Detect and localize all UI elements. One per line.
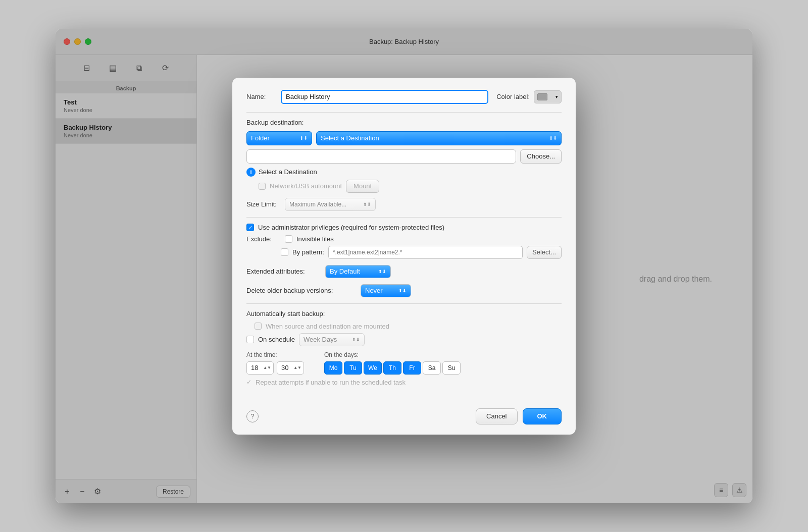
destination-select-value: Select a Destination xyxy=(321,134,379,142)
modal-footer: ? Cancel OK xyxy=(232,402,576,435)
extended-attributes-row: Extended attributes: By Default ⬆⬇ xyxy=(246,265,562,278)
days-buttons: Mo Tu We Th Fr Sa Su xyxy=(324,361,461,375)
warning-row: i Select a Destination xyxy=(246,168,562,177)
name-input[interactable] xyxy=(281,90,488,104)
minute-value: 30 xyxy=(281,364,288,371)
size-row: Size Limit: Maximum Available... ⬆⬇ xyxy=(246,198,562,211)
week-days-value: Week Days xyxy=(304,336,337,343)
size-limit-label: Size Limit: xyxy=(246,200,277,208)
day-button-th[interactable]: Th xyxy=(383,361,401,375)
mount-button[interactable]: Mount xyxy=(346,180,379,193)
day-button-su[interactable]: Su xyxy=(442,361,461,375)
delete-older-row: Delete older backup versions: Never ⬆⬇ xyxy=(246,284,562,297)
never-value: Never xyxy=(365,287,383,294)
path-input[interactable] xyxy=(246,149,516,164)
auto-start-section: Automatically start backup: When source … xyxy=(246,310,562,386)
when-mounted-checkbox[interactable] xyxy=(255,323,262,330)
path-row: Choose... xyxy=(246,149,562,164)
day-button-sa[interactable]: Sa xyxy=(423,361,441,375)
on-schedule-checkbox[interactable] xyxy=(246,336,254,343)
warning-text: Select a Destination xyxy=(259,168,317,176)
on-schedule-row: On schedule Week Days ⬆⬇ xyxy=(246,333,562,346)
color-label-area: Color label: ▾ xyxy=(496,90,562,103)
pattern-input[interactable] xyxy=(328,246,523,259)
pattern-select-button[interactable]: Select... xyxy=(527,246,562,259)
when-mounted-label: When source and destination are mounted xyxy=(266,323,389,330)
extended-attributes-select[interactable]: By Default ⬆⬇ xyxy=(325,265,391,278)
divider-1 xyxy=(246,112,562,113)
day-button-tu[interactable]: Tu xyxy=(344,361,362,375)
on-days-label: On the days: xyxy=(324,351,461,358)
modal-overlay: Name: Color label: ▾ Backup destination: xyxy=(56,29,752,503)
by-pattern-label: By pattern: xyxy=(292,248,324,256)
backup-destination-label: Backup destination: xyxy=(246,119,562,126)
color-select[interactable]: ▾ xyxy=(534,90,562,103)
main-window: Backup: Backup History ⊟ ▤ ⧉ ⟳ Backup Te… xyxy=(56,29,752,503)
day-button-we[interactable]: We xyxy=(364,361,382,375)
invisible-files-label: Invisible files xyxy=(296,235,334,243)
by-default-value: By Default xyxy=(330,268,360,275)
help-button[interactable]: ? xyxy=(246,410,259,422)
invisible-files-checkbox[interactable] xyxy=(285,235,292,243)
destination-select[interactable]: Select a Destination ⬆⬇ xyxy=(316,131,562,145)
week-days-select[interactable]: Week Days ⬆⬇ xyxy=(299,333,365,346)
exclude-invisible-row: Exclude: Invisible files xyxy=(246,235,562,243)
on-schedule-label: On schedule xyxy=(258,336,295,343)
choose-button[interactable]: Choose... xyxy=(520,149,562,164)
time-section: At the time: 18 ▲▼ 30 ▲▼ xyxy=(246,351,304,375)
color-swatch xyxy=(537,93,547,100)
days-section: On the days: Mo Tu We Th Fr Sa Su xyxy=(324,351,461,375)
time-inputs: 18 ▲▼ 30 ▲▼ xyxy=(246,361,304,375)
size-limit-value: Maximum Available... xyxy=(289,201,346,208)
automount-row: Network/USB automount Mount xyxy=(259,180,562,193)
day-button-fr[interactable]: Fr xyxy=(403,361,421,375)
auto-start-label: Automatically start backup: xyxy=(246,310,562,317)
repeat-checkmark-icon: ✓ xyxy=(246,379,251,386)
color-label-text: Color label: xyxy=(496,93,530,100)
divider-2 xyxy=(246,217,562,218)
by-default-chevron-icon: ⬆⬇ xyxy=(378,269,386,274)
week-days-chevron-icon: ⬆⬇ xyxy=(352,337,360,342)
automount-label: Network/USB automount xyxy=(270,182,342,190)
destination-chevron-icon: ⬆⬇ xyxy=(549,135,557,141)
time-days-row: At the time: 18 ▲▼ 30 ▲▼ xyxy=(246,351,562,375)
by-pattern-checkbox[interactable] xyxy=(281,248,288,256)
admin-checkbox-row: ✓ Use administrator privileges (required… xyxy=(246,224,562,231)
size-limit-select[interactable]: Maximum Available... ⬆⬇ xyxy=(285,198,376,211)
exclude-label: Exclude: xyxy=(246,235,277,243)
cancel-button[interactable]: Cancel xyxy=(476,408,517,424)
ok-button[interactable]: OK xyxy=(523,408,562,424)
hour-input[interactable]: 18 ▲▼ xyxy=(246,361,274,375)
extended-attributes-label: Extended attributes: xyxy=(246,268,317,275)
day-button-mo[interactable]: Mo xyxy=(324,361,342,375)
name-label: Name: xyxy=(246,93,277,100)
exclude-section: Exclude: Invisible files By pattern: Sel… xyxy=(246,235,562,259)
never-select[interactable]: Never ⬆⬇ xyxy=(361,284,411,297)
admin-checkbox[interactable]: ✓ xyxy=(246,224,254,231)
divider-3 xyxy=(246,303,562,304)
destination-row: Folder ⬆⬇ Select a Destination ⬆⬇ xyxy=(246,131,562,145)
modal-dialog: Name: Color label: ▾ Backup destination: xyxy=(232,78,576,435)
delete-older-label: Delete older backup versions: xyxy=(246,287,352,294)
when-mounted-row: When source and destination are mounted xyxy=(255,323,562,330)
footer-actions: Cancel OK xyxy=(476,408,562,424)
name-row: Name: Color label: ▾ xyxy=(246,90,562,104)
repeat-row: ✓ Repeat attempts if unable to run the s… xyxy=(246,379,562,386)
minute-input[interactable]: 30 ▲▼ xyxy=(277,361,304,375)
color-chevron-icon: ▾ xyxy=(556,94,558,99)
never-chevron-icon: ⬆⬇ xyxy=(398,288,407,293)
modal-content: Name: Color label: ▾ Backup destination: xyxy=(232,78,576,402)
automount-checkbox[interactable] xyxy=(259,183,266,190)
warning-info-icon: i xyxy=(246,168,256,177)
admin-checkbox-label: Use administrator privileges (required f… xyxy=(258,224,444,231)
folder-chevron-icon: ⬆⬇ xyxy=(299,135,308,141)
size-chevron-icon: ⬆⬇ xyxy=(363,202,371,207)
hour-value: 18 xyxy=(251,364,258,371)
folder-select-value: Folder xyxy=(251,134,270,142)
minute-stepper[interactable]: ▲▼ xyxy=(293,365,301,370)
repeat-label: Repeat attempts if unable to run the sch… xyxy=(256,379,406,386)
at-time-label: At the time: xyxy=(246,351,304,358)
hour-stepper[interactable]: ▲▼ xyxy=(263,365,271,370)
folder-select[interactable]: Folder ⬆⬇ xyxy=(246,131,312,145)
exclude-pattern-row: By pattern: Select... xyxy=(281,246,562,259)
